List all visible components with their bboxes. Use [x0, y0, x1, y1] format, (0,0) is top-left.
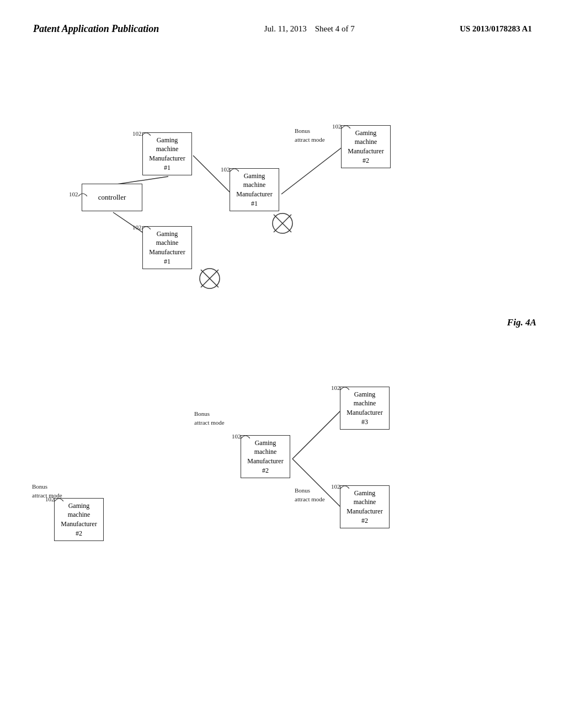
bonus-attract-label-3: Bonusattract mode [194, 410, 225, 427]
ref-102-gm5: 102 [232, 432, 250, 440]
diagram-area: controller 102 GamingmachineManufacturer… [0, 47, 565, 709]
publication-date-sheet: Jul. 11, 2013 Sheet 4 of 7 [264, 22, 355, 35]
controller-box: controller [82, 184, 142, 211]
ref-102-gm4: 102 [45, 495, 63, 503]
gm7-bot-right-box: GamingmachineManufacturer#2 [340, 485, 390, 528]
ref-102-gm6: 102 [331, 384, 349, 392]
gm4-bot-left-box: GamingmachineManufacturer#2 [54, 498, 104, 541]
diagram-svg [0, 47, 565, 709]
ref-102-gm1bot: 102 [132, 223, 151, 231]
bonus-attract-label-1: Bonusattract mode [295, 127, 325, 144]
ref-102-controller: 102 [69, 190, 87, 198]
gm6-mfr3-box: GamingmachineManufacturer#3 [340, 387, 390, 430]
crossed-circle-2 [270, 211, 295, 235]
publication-title: Patent Application Publication [33, 22, 159, 36]
gm3-top-right-box: GamingmachineManufacturer#2 [341, 125, 391, 168]
gm1-bot-box: GamingmachineManufacturer#1 [142, 226, 192, 269]
publication-number: US 2013/0178283 A1 [460, 22, 532, 35]
ref-102-gm3: 102 [332, 122, 350, 130]
bonus-attract-label-4: Bonusattract mode [295, 486, 325, 504]
page-header: Patent Application Publication Jul. 11, … [0, 0, 565, 47]
ref-102-gm1top: 102 [132, 130, 151, 137]
gm1-top-box: GamingmachineManufacturer#1 [142, 132, 192, 175]
figure-label: Fig. 4A [507, 317, 536, 328]
gm2-mid-box: GamingmachineManufacturer#1 [230, 168, 279, 211]
svg-line-4 [292, 409, 342, 459]
ref-102-gm2mid: 102 [221, 165, 239, 173]
crossed-circle-1 [198, 266, 222, 291]
svg-line-3 [281, 147, 342, 194]
gm5-mid-box: GamingmachineManufacturer#2 [241, 435, 290, 478]
svg-line-2 [193, 156, 232, 194]
ref-102-gm7: 102 [331, 483, 349, 490]
